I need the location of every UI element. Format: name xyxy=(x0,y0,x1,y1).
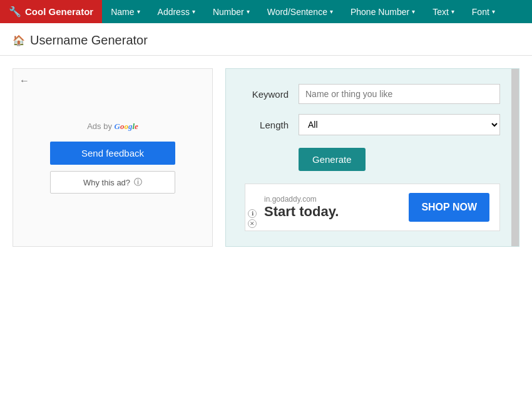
keyword-input[interactable] xyxy=(299,84,500,104)
length-label: Length xyxy=(245,120,289,130)
ad-headline: Start today. xyxy=(264,204,339,220)
info-icon: ⓘ xyxy=(134,177,142,188)
generate-button[interactable]: Generate xyxy=(299,148,366,171)
brand-name: Cool Generator xyxy=(25,6,93,17)
ad-panel: ← Ads by Google Send feedback Why this a… xyxy=(13,68,213,247)
nav-phone-number[interactable]: Phone Number ▾ xyxy=(342,0,424,23)
ad-banner: ℹ ✕ in.godaddy.com Start today. SHOP NOW xyxy=(245,184,500,231)
navbar: 🔧 Cool Generator Name ▾ Address ▾ Number… xyxy=(0,0,532,23)
nav-word-sentence[interactable]: Word/Sentence ▾ xyxy=(258,0,342,23)
why-this-ad-button[interactable]: Why this ad? ⓘ xyxy=(50,171,175,194)
generator-panel: Keyword Length All Short Medium Long Gen… xyxy=(225,68,519,247)
chevron-down-icon: ▾ xyxy=(137,8,140,15)
chevron-down-icon: ▾ xyxy=(247,8,250,15)
nav-address[interactable]: Address ▾ xyxy=(149,0,204,23)
chevron-down-icon: ▾ xyxy=(492,8,495,15)
nav-font[interactable]: Font ▾ xyxy=(463,0,504,23)
scrollbar[interactable] xyxy=(511,69,519,246)
chevron-down-icon: ▾ xyxy=(192,8,195,15)
shop-now-button[interactable]: SHOP NOW xyxy=(409,193,489,222)
wrench-icon: 🔧 xyxy=(9,6,21,18)
home-icon: 🏠 xyxy=(13,34,25,46)
ad-banner-text: in.godaddy.com Start today. xyxy=(255,195,339,220)
page-content: 🏠 Username Generator ← Ads by Google Sen… xyxy=(0,23,532,399)
ad-controls: ℹ ✕ xyxy=(248,209,257,228)
nav-number[interactable]: Number ▾ xyxy=(204,0,258,23)
nav-name[interactable]: Name ▾ xyxy=(102,0,148,23)
keyword-label: Keyword xyxy=(245,89,289,100)
keyword-row: Keyword xyxy=(245,84,500,104)
main-content: ← Ads by Google Send feedback Why this a… xyxy=(0,56,532,259)
ads-by-google-label: Ads by Google xyxy=(87,122,138,132)
chevron-down-icon: ▾ xyxy=(412,8,415,15)
ad-domain: in.godaddy.com xyxy=(264,195,339,204)
brand-logo[interactable]: 🔧 Cool Generator xyxy=(0,0,102,23)
chevron-down-icon: ▾ xyxy=(330,8,333,15)
chevron-down-icon: ▾ xyxy=(451,8,454,15)
nav-text[interactable]: Text ▾ xyxy=(424,0,463,23)
ad-close-icon[interactable]: ✕ xyxy=(248,219,257,228)
length-select[interactable]: All Short Medium Long xyxy=(299,114,500,135)
send-feedback-button[interactable]: Send feedback xyxy=(50,142,175,165)
length-row: Length All Short Medium Long xyxy=(245,114,500,135)
ad-info-icon[interactable]: ℹ xyxy=(248,209,257,218)
back-arrow-icon[interactable]: ← xyxy=(19,75,29,86)
page-title: Username Generator xyxy=(30,33,148,48)
page-header: 🏠 Username Generator xyxy=(0,23,532,56)
